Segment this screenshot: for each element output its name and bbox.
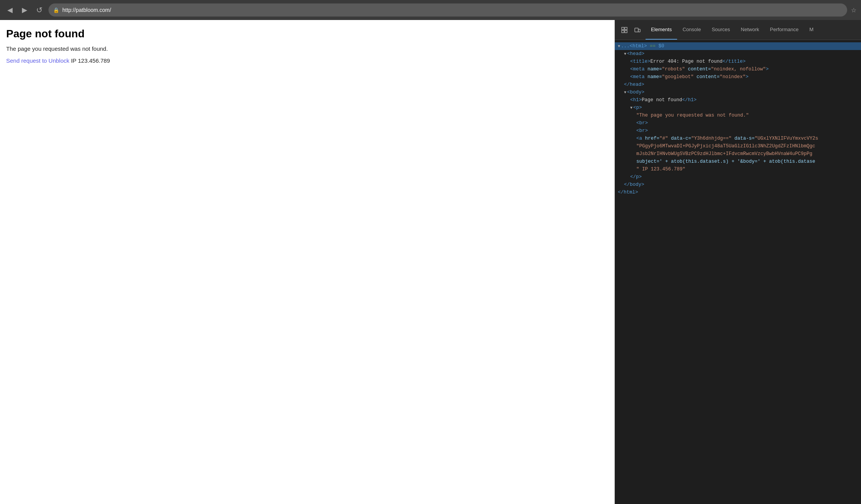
devtools-html-content[interactable]: ▼...<html> == $0 ▼<head> <title>Error 40…	[615, 40, 861, 504]
expand-icon: ▼	[624, 52, 626, 56]
head-open-line[interactable]: ▼<head>	[615, 50, 861, 58]
tab-network[interactable]: Network	[736, 20, 765, 40]
svg-rect-3	[635, 28, 638, 32]
svg-rect-0	[622, 27, 624, 30]
page-title: Page not found	[6, 28, 608, 40]
page-link-line: Send request to Unblock IP 123.456.789	[6, 57, 608, 64]
svg-rect-4	[638, 29, 640, 32]
back-button[interactable]: ◀	[5, 5, 15, 15]
anchor-data-line-3[interactable]: mJsb2NrIHNvbWUgSVBzPC9zdHJlbmc+IFdvcmRwc…	[615, 150, 861, 158]
reload-button[interactable]: ↺	[34, 5, 45, 15]
device-toggle-button[interactable]	[631, 23, 644, 37]
devtools-panel: Elements Console Sources Network Perform…	[615, 20, 861, 504]
inspect-element-button[interactable]	[618, 23, 631, 37]
expand-icon: ▼	[630, 106, 632, 110]
meta-googlebot-line[interactable]: <meta name="googlebot" content="noindex"…	[615, 73, 861, 81]
head-close-line[interactable]: </head>	[615, 81, 861, 88]
meta-robots-line[interactable]: <meta name="robots" content="noindex, no…	[615, 65, 861, 73]
body-open-line[interactable]: ▼<body>	[615, 88, 861, 96]
page-body-text: The page you requested was not found.	[6, 45, 608, 52]
tab-console[interactable]: Console	[677, 20, 706, 40]
tab-more[interactable]: M	[804, 20, 819, 40]
tab-sources[interactable]: Sources	[706, 20, 736, 40]
svg-rect-1	[625, 27, 627, 30]
devtools-toolbar: Elements Console Sources Network Perform…	[615, 20, 861, 40]
address-bar-container: 🔒	[48, 3, 847, 17]
html-close-line[interactable]: </html>	[615, 189, 861, 196]
devtools-tabs: Elements Console Sources Network Perform…	[646, 20, 858, 40]
anchor-data-line-2[interactable]: "PGgyPjo6MTwvaDI+PGJyPjxicj48aT5UaGlzIG1…	[615, 142, 861, 150]
svg-rect-2	[622, 30, 624, 33]
anchor-onclick-line[interactable]: subject=' + atob(this.dataset.s) + '&bod…	[615, 158, 861, 165]
html-root-line[interactable]: ▼...<html> == $0	[615, 42, 861, 50]
p-open-line[interactable]: ▼<p>	[615, 104, 861, 112]
ip-line[interactable]: " IP 123.456.789"	[615, 165, 861, 173]
p-text-line[interactable]: "The page you requested was not found."	[615, 112, 861, 119]
lock-icon: 🔒	[53, 7, 59, 13]
forward-button[interactable]: ▶	[19, 5, 30, 15]
body-close-line[interactable]: </body>	[615, 181, 861, 189]
title-line[interactable]: <title>Error 404: Page not found</title>	[615, 58, 861, 65]
anchor-line[interactable]: <a href="#" data-c="Y3h6dnhjdg==" data-s…	[615, 135, 861, 142]
browser-chrome: ◀ ▶ ↺ 🔒 ☆	[0, 0, 861, 20]
page-content-area: Page not found The page you requested wa…	[0, 20, 615, 504]
p-close-line[interactable]: </p>	[615, 173, 861, 181]
address-bar-input[interactable]	[62, 7, 843, 13]
expand-icon: ▼	[618, 44, 620, 48]
unblock-link[interactable]: Send request to Unblock	[6, 57, 69, 64]
br-1-line[interactable]: <br>	[615, 119, 861, 127]
bookmark-button[interactable]: ☆	[851, 7, 856, 14]
tab-performance[interactable]: Performance	[764, 20, 804, 40]
br-2-line[interactable]: <br>	[615, 127, 861, 135]
tab-elements[interactable]: Elements	[646, 20, 677, 40]
ip-text: IP 123.456.789	[69, 57, 110, 64]
expand-icon: ▼	[624, 90, 626, 95]
main-layout: Page not found The page you requested wa…	[0, 20, 861, 504]
h1-line[interactable]: <h1>Page not found</h1>	[615, 96, 861, 104]
